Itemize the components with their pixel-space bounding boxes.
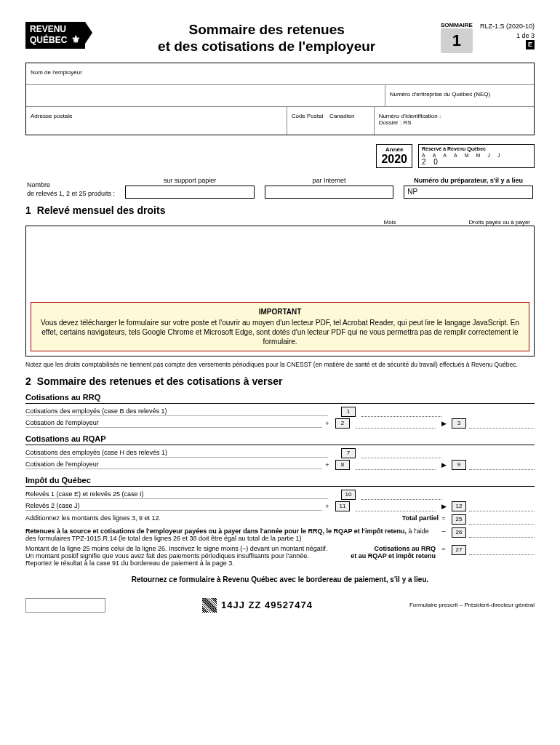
year-label: Année [381, 146, 407, 153]
line-27-amount[interactable] [469, 545, 535, 555]
arrow-icon: ▶ [439, 420, 449, 427]
line-1-amount[interactable] [361, 407, 441, 417]
page-ref: 1 de 3 [516, 32, 535, 39]
dossier-label: Dossier : RS [379, 119, 412, 126]
employer-name-label: Nom de l'employeur [31, 69, 82, 76]
line-25-amount[interactable] [469, 514, 535, 525]
preparer-input[interactable]: NP [404, 186, 533, 199]
form-reference: RLZ-1.S (2020-10) 1 de 3 E [480, 22, 535, 49]
line-27-desc-b: Un montant positif signifie que vous ave… [25, 552, 309, 559]
line-25-box: 25 [452, 514, 466, 525]
line-3-amount[interactable] [469, 418, 535, 429]
line-12-amount[interactable] [469, 501, 535, 511]
reserved-prefix: 2 0 [422, 158, 531, 166]
line-10-amount[interactable] [361, 490, 441, 500]
postal-cell[interactable]: Code Postal Canadien [287, 107, 375, 135]
rqap-heading: Cotisations au RQAP [25, 434, 535, 445]
line-8-amount[interactable] [356, 460, 436, 470]
line-7-amount[interactable] [361, 448, 441, 458]
e-mark: E [526, 40, 535, 49]
address-label: Adresse postale [31, 113, 72, 119]
form-header: REVENU QUÉBEC⚜ Sommaire des retenues et … [25, 22, 535, 55]
line-10-desc: Relevés 1 (case E) et relevés 25 (case I… [25, 490, 328, 499]
line-7-desc: Cotisations des employés (case H des rel… [25, 449, 328, 458]
line-8-row: Cotisation de l'employeur + 8 ▶ 9 [25, 460, 535, 470]
year-cell: Année 2020 [376, 144, 412, 168]
paper-caption: sur support papier [125, 177, 255, 184]
line-11-row: Relevés 2 (case J) + 11 ▶ 12 [25, 501, 535, 511]
canadian-label: Canadien [329, 113, 354, 119]
line-11-desc: Relevés 2 (case J) [25, 502, 322, 511]
line-27-row: Montant de la ligne 25 moins celui de la… [25, 545, 535, 567]
line-8-desc: Cotisation de l'employeur [25, 461, 322, 469]
line-27-right2: et au RQAP et impôt retenu [351, 552, 436, 559]
line-7-row: Cotisations des employés (case H des rel… [25, 448, 535, 458]
reserved-cell: Réservé à Revenu Québec A A A A M M J J … [418, 144, 535, 168]
employer-name-field[interactable]: Nom de l'employeur [26, 63, 534, 84]
line-11-amount[interactable] [356, 501, 436, 511]
line-3-box: 3 [452, 418, 466, 429]
sommaire-label: SOMMAIRE [441, 22, 473, 28]
section-1-heading: 1Relevé mensuel des droits [25, 204, 535, 216]
internet-count-group: par Internet [265, 177, 394, 199]
address-field[interactable]: Adresse postale [26, 107, 287, 135]
line-11-box: 11 [335, 501, 350, 511]
line-26-amount[interactable] [469, 527, 535, 538]
footer-left-box [25, 598, 105, 613]
barcode-area: 14JJ ZZ 49527474 [202, 598, 313, 613]
line-1-box: 1 [341, 407, 356, 417]
line-1-desc: Cotisations des employés (case B des rel… [25, 407, 328, 416]
internet-caption: par Internet [265, 177, 394, 184]
neq-field[interactable]: Numéro d'entreprise du Québec (NEQ) [385, 85, 534, 106]
id-label: Numéro d'identification : [379, 113, 441, 119]
monthly-rights-box: IMPORTANT Vous devez télécharger le form… [25, 226, 535, 356]
line-2-box: 2 [335, 418, 350, 429]
section-1-note: Notez que les droits comptabilisés ne ti… [25, 361, 535, 368]
employer-info-box: Nom de l'employeur Numéro d'entreprise d… [25, 63, 535, 135]
line-25-row: Additionnez les montants des lignes 3, 9… [25, 514, 535, 525]
line-1-row: Cotisations des employés (case B des rel… [25, 407, 535, 417]
reserved-label: Réservé à Revenu Québec [422, 146, 531, 151]
postal-label: Code Postal [292, 113, 324, 119]
line-2-amount[interactable] [356, 418, 436, 429]
preparer-label: Numéro du préparateur, s'il y a lieu [404, 177, 533, 184]
section-1-column-labels: Mois Droits payés ou à payer [25, 219, 535, 226]
fleur-de-lys-icon: ⚜ [71, 34, 81, 45]
important-title: IMPORTANT [39, 307, 521, 316]
paper-count-input[interactable] [125, 186, 255, 199]
revenu-quebec-logo: REVENU QUÉBEC⚜ [25, 22, 85, 49]
col-month-label: Mois [384, 219, 396, 226]
line-add-desc: Additionnez les montants des lignes 3, 9… [25, 514, 161, 522]
preparer-group: Numéro du préparateur, s'il y a lieu NP [404, 177, 533, 199]
line-9-amount[interactable] [469, 460, 535, 470]
line-27-right1: Cotisations au RRQ [374, 545, 436, 552]
sommaire-badge: SOMMAIRE 1 [441, 22, 473, 53]
line-7-box: 7 [341, 448, 356, 458]
section-1-number: 1 [25, 204, 31, 216]
title-line1: Sommaire des retenues [188, 22, 344, 37]
line-8-box: 8 [335, 460, 350, 470]
form-code: RLZ-1.S (2020-10) [480, 22, 535, 31]
logo-text-line1: REVENU [30, 24, 66, 34]
arrow-icon: ▶ [439, 461, 449, 469]
year-value: 2020 [381, 153, 407, 166]
line-12-box: 12 [452, 501, 466, 511]
important-notice: IMPORTANT Vous devez télécharger le form… [31, 302, 529, 351]
section-1-title: Relevé mensuel des droits [37, 204, 166, 216]
line-10-row: Relevés 1 (case E) et relevés 25 (case I… [25, 490, 535, 500]
prescribed-text: Formulaire prescrit – Président-directeu… [409, 602, 535, 608]
impot-heading: Impôt du Québec [25, 476, 535, 487]
line-9-box: 9 [452, 460, 466, 470]
logo-block: REVENU QUÉBEC⚜ [25, 22, 85, 49]
return-instruction: Retournez ce formulaire à Revenu Québec … [25, 575, 535, 583]
id-cell[interactable]: Numéro d'identification : Dossier : RS [375, 107, 534, 135]
form-title: Sommaire des retenues et des cotisations… [100, 22, 433, 55]
total-partiel-label: Total partiel [402, 514, 439, 522]
form-page: REVENU QUÉBEC⚜ Sommaire des retenues et … [0, 0, 560, 634]
line-26-box: 26 [452, 527, 466, 538]
internet-count-input[interactable] [265, 186, 394, 199]
barcode-icon [202, 598, 217, 613]
neq-label: Numéro d'entreprise du Québec (NEQ) [390, 91, 490, 97]
logo-text-line2: QUÉBEC [30, 35, 67, 45]
line-27-desc-a: Montant de la ligne 25 moins celui de la… [25, 545, 327, 552]
